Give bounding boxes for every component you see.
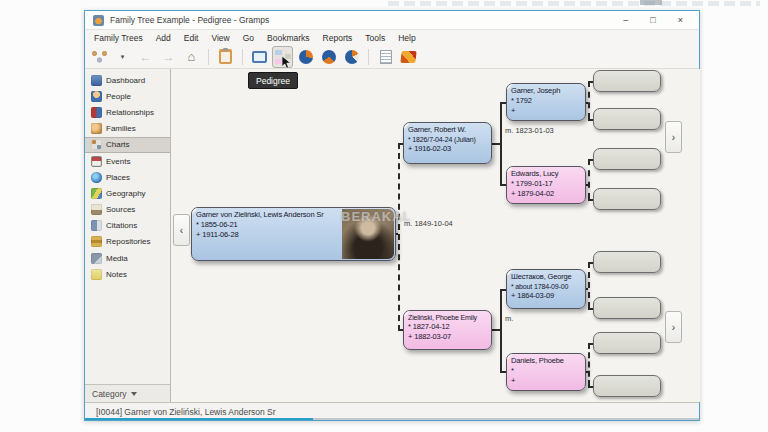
- person-name: Garner, Joseph: [511, 86, 581, 96]
- home-button[interactable]: ⌂: [181, 46, 202, 68]
- fan-chart-3-button[interactable]: [341, 46, 362, 68]
- person-death: + 1879-04-02: [511, 189, 581, 199]
- person-death: +: [511, 376, 581, 386]
- sidebar-item-relationships[interactable]: Relationships: [85, 104, 170, 120]
- menu-bookmarks[interactable]: Bookmarks: [267, 33, 310, 43]
- menu-edit[interactable]: Edit: [184, 33, 199, 43]
- person-birth: * 1826/7-04-24 (Julian): [408, 135, 487, 144]
- nav-right-top-button[interactable]: ›: [665, 121, 682, 153]
- clipboard-icon: [219, 49, 232, 64]
- person-name: Daniels, Phoebe: [511, 356, 581, 366]
- sidebar-item-media[interactable]: Media: [85, 250, 170, 266]
- nav-left-button[interactable]: ‹: [173, 214, 190, 246]
- family-tree-icon: [91, 50, 108, 63]
- window-bottom-border: [313, 418, 699, 420]
- connector-line: [586, 371, 588, 373]
- status-text: [I0044] Garner von Zieliński, Lewis Ande…: [96, 407, 276, 417]
- fan-chart-icon: [299, 50, 313, 64]
- menu-reports[interactable]: Reports: [323, 33, 353, 43]
- empty-ancestor-box[interactable]: [593, 251, 661, 273]
- person-name: Шестаков, George: [511, 272, 581, 282]
- sidebar-item-people[interactable]: People: [85, 88, 170, 104]
- window-bottom-accent: [85, 418, 313, 420]
- fan-chart-2-button[interactable]: [318, 46, 339, 68]
- dashboard-view-icon: [252, 51, 267, 63]
- empty-ancestor-box[interactable]: [593, 297, 661, 319]
- pedigree-tooltip: Pedigree: [248, 72, 298, 89]
- clipboard-button[interactable]: [215, 46, 236, 68]
- menu-tools[interactable]: Tools: [365, 33, 385, 43]
- people-icon: [91, 91, 102, 102]
- nav-right-bottom-button[interactable]: ›: [665, 311, 682, 343]
- maximize-button[interactable]: □: [650, 16, 655, 25]
- connector-line: [588, 81, 590, 119]
- empty-ancestor-box[interactable]: [593, 332, 661, 354]
- person-box-father[interactable]: Garner, Robert W. * 1826/7-04-24 (Julian…: [403, 122, 492, 164]
- empty-ancestor-box[interactable]: [593, 70, 661, 92]
- person-box-maternal-grandmother[interactable]: Daniels, Phoebe * +: [506, 353, 586, 391]
- person-death: +: [511, 106, 581, 116]
- person-birth: * 1799-01-17: [511, 179, 581, 189]
- pedigree-canvas[interactable]: m. 1849-10-04 m. 1823-01-03 m. Garner vo…: [171, 69, 700, 402]
- person-box-paternal-grandmother[interactable]: Edwards, Lucy * 1799-01-17 + 1879-04-02: [506, 166, 586, 204]
- dashboard-view-button[interactable]: [249, 46, 270, 68]
- connector-line: [500, 102, 502, 186]
- connector-line: [500, 289, 502, 373]
- family-tree-dropdown[interactable]: ▾: [112, 46, 133, 68]
- toolbar-separator: [368, 49, 369, 65]
- sidebar-item-places[interactable]: Places: [85, 169, 170, 185]
- title-bar: Family Tree Example - Pedigree - Gramps …: [85, 11, 699, 30]
- forward-button[interactable]: →: [158, 46, 179, 68]
- minimize-button[interactable]: –: [623, 16, 628, 25]
- list-view-button[interactable]: [375, 46, 396, 68]
- family-tree-button[interactable]: [89, 46, 110, 68]
- empty-ancestor-box[interactable]: [593, 108, 661, 130]
- menu-go[interactable]: Go: [243, 33, 254, 43]
- person-box-paternal-grandfather[interactable]: Garner, Joseph * 1792 +: [506, 83, 586, 121]
- sidebar-item-charts[interactable]: Charts: [85, 137, 170, 153]
- empty-ancestor-box[interactable]: [593, 148, 661, 170]
- top-edge-artifact: [388, 1, 760, 6]
- sidebar-item-dashboard[interactable]: Dashboard: [85, 72, 170, 88]
- connector-line: [586, 288, 588, 290]
- back-button[interactable]: ←: [135, 46, 156, 68]
- relationships-icon: [91, 107, 102, 118]
- sidebar-item-families[interactable]: Families: [85, 121, 170, 137]
- empty-ancestor-box[interactable]: [593, 375, 661, 397]
- connector-line: [588, 343, 590, 386]
- person-box-maternal-grandfather[interactable]: Шестаков, George * about 1784-09-00 + 18…: [506, 269, 586, 309]
- marriage-date-maternal: m.: [505, 314, 513, 323]
- empty-ancestor-box[interactable]: [593, 188, 661, 210]
- families-icon: [91, 123, 102, 134]
- person-birth: * 1827-04-12: [408, 322, 487, 332]
- fan-chart-button[interactable]: [295, 46, 316, 68]
- person-box-mother[interactable]: Zieliński, Phoebe Emily * 1827-04-12 + 1…: [403, 310, 492, 350]
- desktop: Family Tree Example - Pedigree - Gramps …: [0, 0, 768, 432]
- geography-icon: [91, 188, 102, 199]
- dashboard-icon: [91, 75, 102, 86]
- sidebar-item-citations[interactable]: Citations: [85, 218, 170, 234]
- person-name: Garner, Robert W.: [408, 125, 487, 135]
- close-button[interactable]: ×: [678, 16, 683, 25]
- fan-chart-3-icon: [345, 50, 359, 64]
- category-expander[interactable]: Category: [85, 384, 171, 402]
- menu-add[interactable]: Add: [156, 33, 171, 43]
- connector-line: [586, 184, 588, 186]
- sidebar-item-geography[interactable]: Geography: [85, 185, 170, 201]
- sidebar-item-repositories[interactable]: Repositories: [85, 234, 170, 250]
- toolbar: ▾ ← → ⌂: [85, 45, 699, 69]
- connector-line: [492, 143, 500, 145]
- sidebar-item-notes[interactable]: Notes: [85, 266, 170, 282]
- pedigree-view-button[interactable]: [272, 46, 293, 68]
- menu-view[interactable]: View: [211, 33, 229, 43]
- sidebar-item-sources[interactable]: Sources: [85, 202, 170, 218]
- sidebar-item-events[interactable]: Events: [85, 153, 170, 169]
- list-icon: [380, 50, 392, 64]
- menu-bar: Family Trees Add Edit View Go Bookmarks …: [85, 30, 699, 45]
- chevron-down-icon: ▾: [121, 53, 125, 61]
- menu-help[interactable]: Help: [398, 33, 415, 43]
- menu-family-trees[interactable]: Family Trees: [94, 33, 143, 43]
- toolbar-separator: [242, 49, 243, 65]
- reports-button[interactable]: [398, 46, 419, 68]
- connector-line: [588, 159, 590, 199]
